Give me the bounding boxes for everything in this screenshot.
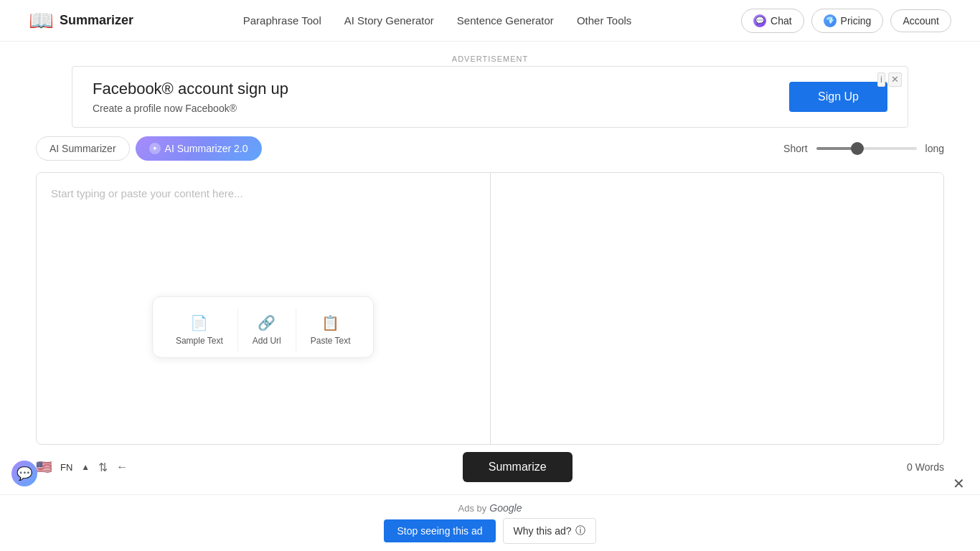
tab-ai-summarizer-2[interactable]: ✦ AI Summarizer 2.0 <box>136 136 262 161</box>
editor-actions-panel: 📄 Sample Text 🔗 Add Url 📋 Paste Text <box>152 296 374 358</box>
paste-text-button[interactable]: 📋 Paste Text <box>296 309 365 352</box>
sample-text-label: Sample Text <box>176 336 223 346</box>
floating-chat-widget[interactable]: 💬 <box>11 461 37 482</box>
back-icon[interactable]: ← <box>116 461 128 474</box>
nav-sentence-generator[interactable]: Sentence Generator <box>457 14 554 27</box>
nav-paraphrase-tool[interactable]: Paraphrase Tool <box>243 14 321 27</box>
lang-arrow-up: ▲ <box>81 462 90 472</box>
ad-label: ADVERTISEMENT <box>36 49 944 66</box>
ad-controls: i ✕ <box>877 72 902 87</box>
bottom-left: 🇺🇸 FN ▲ ⇅ ← <box>36 459 128 475</box>
pricing-icon: 💎 <box>824 14 837 27</box>
logo-icon: 📖 <box>29 9 54 32</box>
editor-container: 📄 Sample Text 🔗 Add Url 📋 Paste Text <box>36 172 944 445</box>
paste-text-icon: 📋 <box>321 314 339 331</box>
chat-icon: 💬 <box>753 14 766 27</box>
sort-icon[interactable]: ⇅ <box>98 461 108 474</box>
ad-info-button[interactable]: i <box>877 72 885 87</box>
add-url-label: Add Url <box>253 336 281 346</box>
flag-icon: 🇺🇸 <box>36 459 52 475</box>
nav-ai-story-generator[interactable]: AI Story Generator <box>344 14 434 27</box>
add-url-icon: 🔗 <box>258 314 275 331</box>
lang-label: FN <box>60 462 72 473</box>
ad-close-button[interactable]: ✕ <box>888 72 902 87</box>
nav-other-tools[interactable]: Other Tools <box>577 14 631 27</box>
slider-row: Short long <box>783 143 944 154</box>
chat-label: Chat <box>771 15 792 27</box>
navbar: 📖 Summarizer Paraphrase Tool AI Story Ge… <box>0 0 980 42</box>
paste-text-label: Paste Text <box>311 336 351 346</box>
tab2-icon: ✦ <box>149 143 161 154</box>
sample-text-button[interactable]: 📄 Sample Text <box>161 309 237 352</box>
add-url-button[interactable]: 🔗 Add Url <box>237 309 296 352</box>
ad-content: Facebook® account sign up Create a profi… <box>93 80 288 114</box>
nav-links: Paraphrase Tool AI Story Generator Sente… <box>243 14 632 27</box>
editor-left: 📄 Sample Text 🔗 Add Url 📋 Paste Text <box>37 173 491 444</box>
slider-long-label: long <box>925 143 944 154</box>
tabs-row: AI Summarizer ✦ AI Summarizer 2.0 Short … <box>36 136 944 161</box>
main-container: ADVERTISEMENT i ✕ Facebook® account sign… <box>0 42 980 482</box>
tabs-left: AI Summarizer ✦ AI Summarizer 2.0 <box>36 136 262 161</box>
account-button[interactable]: Account <box>890 9 951 32</box>
bottom-bar: 🇺🇸 FN ▲ ⇅ ← Summarize 0 Words <box>36 445 944 482</box>
editor-output <box>491 173 944 444</box>
navbar-actions: 💬 Chat 💎 Pricing Account <box>741 9 951 33</box>
ad-title: Facebook® account sign up <box>93 80 288 98</box>
summarize-button[interactable]: Summarize <box>463 452 573 482</box>
chat-button[interactable]: 💬 Chat <box>741 9 804 33</box>
slider-short-label: Short <box>783 143 807 154</box>
ad-subtitle: Create a profile now Facebook® <box>93 103 288 114</box>
words-count: 0 Words <box>907 461 944 473</box>
logo-text: Summarizer <box>60 13 133 28</box>
tab-ai-summarizer[interactable]: AI Summarizer <box>36 136 130 161</box>
tab2-label: AI Summarizer 2.0 <box>165 143 248 154</box>
ad-signup-button[interactable]: Sign Up <box>789 82 887 112</box>
ad-banner: i ✕ Facebook® account sign up Create a p… <box>72 66 908 128</box>
length-slider[interactable] <box>816 147 917 150</box>
sample-text-icon: 📄 <box>190 314 208 331</box>
pricing-button[interactable]: 💎 Pricing <box>811 9 884 33</box>
pricing-label: Pricing <box>841 15 872 27</box>
logo[interactable]: 📖 Summarizer <box>29 9 133 32</box>
editor-input[interactable] <box>37 173 490 417</box>
